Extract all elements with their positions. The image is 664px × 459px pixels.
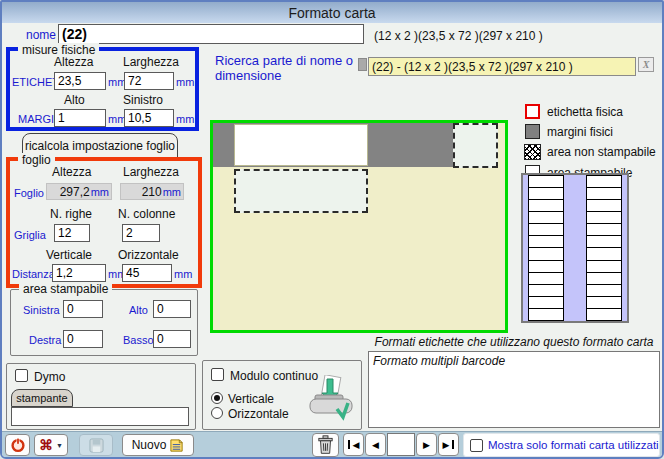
mm-unit-label: mm xyxy=(174,268,192,280)
stampante-button[interactable]: stampante xyxy=(11,389,73,407)
modulo-continuo-group: Modulo continuo Verticale Orizzontale xyxy=(202,360,362,430)
foglio-larghezza-col-label: Larghezza xyxy=(123,165,179,179)
bar-icon xyxy=(348,440,350,449)
larghezza-col-label: Larghezza xyxy=(123,55,179,69)
nome-input[interactable] xyxy=(58,24,364,44)
next-icon: ▶ xyxy=(443,440,450,450)
last-record-button[interactable]: ▶ xyxy=(438,433,459,456)
foglio-larghezza-readonly: 210mm xyxy=(120,183,184,200)
mostra-checkbox-label: Mostra solo formati carta utilizzati xyxy=(488,439,659,451)
griglia-righe-input[interactable] xyxy=(54,224,90,242)
verticale-radio-label: Verticale xyxy=(228,392,274,406)
sheet-cell xyxy=(587,297,621,308)
sheet-cell xyxy=(529,212,563,223)
alto-label: Alto xyxy=(129,304,148,316)
area-alto-input[interactable] xyxy=(153,300,191,318)
destra-label: Destra xyxy=(29,334,61,346)
formato-carta-window: Formato carta nome (12 x 2 )(23,5 x 72 )… xyxy=(0,0,664,459)
margini-fisici-swatch xyxy=(525,124,540,139)
sheet-cell xyxy=(587,309,621,320)
area-sinistra-input[interactable] xyxy=(63,300,103,318)
distanza-verticale-input[interactable] xyxy=(52,264,106,282)
search-label: Ricerca parte di nome o dimensione xyxy=(215,53,375,83)
title-bar: Formato carta xyxy=(2,2,662,23)
foglio-altezza-readonly: 297,2mm xyxy=(46,183,112,200)
next-icon: ▶ xyxy=(423,440,430,450)
command-icon: ⌘ xyxy=(39,438,53,452)
format-dimensions-text: (12 x 2 )(23,5 x 72 )(297 x 210 ) xyxy=(374,29,543,43)
orizzontale-col-label: Orizzontale xyxy=(118,248,179,262)
modulo-continuo-checkbox[interactable] xyxy=(211,368,224,381)
sheet-cell xyxy=(587,273,621,284)
previous-icon: ◀ xyxy=(353,440,360,450)
orizzontale-radio[interactable] xyxy=(211,407,223,419)
sheet-cell xyxy=(587,200,621,211)
sinistra-label: Sinistra xyxy=(23,304,60,316)
new-document-icon xyxy=(169,438,184,453)
area-basso-input[interactable] xyxy=(153,330,191,348)
modulo-continuo-label: Modulo continuo xyxy=(230,369,318,383)
search-result-combo[interactable]: (22) - (12 x 2 )(23,5 x 72 )(297 x 210 ) xyxy=(368,57,636,76)
printer-icon xyxy=(307,375,355,423)
dymo-label: Dymo xyxy=(34,370,65,384)
etichetta-altezza-input[interactable] xyxy=(54,72,106,90)
distanza-orizzontale-input[interactable] xyxy=(122,264,172,282)
command-menu-button[interactable]: ⌘ ▼ xyxy=(34,434,68,456)
nome-label: nome xyxy=(26,28,56,42)
sheet-column xyxy=(586,175,622,321)
sheet-column xyxy=(528,175,564,321)
sheet-cell xyxy=(529,236,563,247)
margini-fisici-label: margini fisici xyxy=(547,125,613,139)
sinistro-col-label: Sinistro xyxy=(123,93,163,107)
area-destra-input[interactable] xyxy=(63,330,103,348)
griglia-colonne-input[interactable] xyxy=(122,224,160,242)
mostra-checkbox[interactable] xyxy=(470,439,483,452)
margine-alto-input[interactable] xyxy=(54,109,106,127)
formati-listbox[interactable]: Formato multipli barcode xyxy=(368,351,660,428)
mm-unit-label: mm xyxy=(176,113,194,125)
altezza-col-label: Altezza xyxy=(54,55,93,69)
stampante-input[interactable] xyxy=(11,407,189,426)
previous-icon: ◀ xyxy=(372,440,379,450)
righe-col-label: N. righe xyxy=(50,207,92,221)
orizzontale-radio-label: Orizzontale xyxy=(228,407,289,421)
record-number-input[interactable] xyxy=(387,433,415,456)
sheet-cell xyxy=(587,285,621,296)
combo-left-notch xyxy=(358,58,367,71)
sheet-cell xyxy=(529,261,563,272)
nuovo-button[interactable]: Nuovo xyxy=(122,434,194,456)
page-preview xyxy=(210,120,508,333)
sheet-cell xyxy=(587,212,621,223)
mostra-panel: Mostra solo formati carta utilizzati xyxy=(463,433,660,457)
foglio-row-label: Foglio xyxy=(14,187,44,199)
save-button[interactable] xyxy=(79,434,113,456)
foglio-legend: foglio xyxy=(18,153,55,167)
sheet-cell xyxy=(587,261,621,272)
area-stampabile-group: area stampabile Sinistra Alto Destra Bas… xyxy=(10,289,198,356)
preview-etichetta xyxy=(234,124,368,166)
etichetta-fisica-label: etichetta fisica xyxy=(547,105,623,119)
previous-record-button[interactable]: ◀ xyxy=(365,433,386,456)
next-record-button[interactable]: ▶ xyxy=(416,433,437,456)
sheet-cell xyxy=(529,297,563,308)
colonne-col-label: N. colonne xyxy=(118,207,175,221)
sheet-cell xyxy=(529,188,563,199)
margine-sinistro-input[interactable] xyxy=(124,109,174,127)
sheet-cell xyxy=(529,200,563,211)
sheet-cell xyxy=(587,248,621,259)
first-record-button[interactable]: ◀ xyxy=(343,433,364,456)
dymo-checkbox[interactable] xyxy=(15,369,28,382)
etichetta-larghezza-input[interactable] xyxy=(124,72,174,90)
formati-list-item[interactable]: Formato multipli barcode xyxy=(369,352,659,370)
close-icon[interactable]: X xyxy=(638,57,654,72)
sheet-cell xyxy=(587,188,621,199)
trash-icon xyxy=(317,435,334,455)
sheet-cell xyxy=(529,176,563,187)
verticale-radio[interactable] xyxy=(211,392,223,404)
sheet-cell xyxy=(529,224,563,235)
misure-fisiche-group: misure fisiche Altezza Larghezza ETICHET… xyxy=(6,47,199,131)
sheet-cell xyxy=(587,176,621,187)
quit-button[interactable] xyxy=(5,434,30,456)
delete-button[interactable] xyxy=(312,433,339,457)
basso-label: Basso xyxy=(123,334,154,346)
